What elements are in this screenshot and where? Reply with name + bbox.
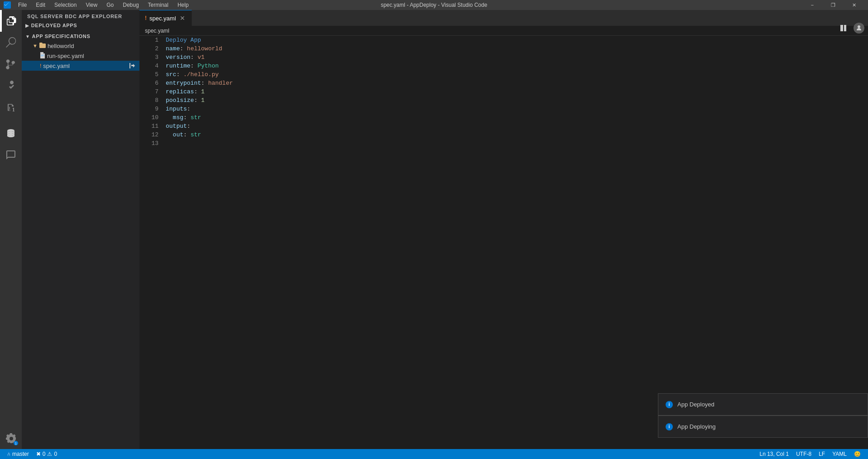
line-num-12: 12 <box>143 130 158 139</box>
code-line-12: out: str <box>166 130 864 139</box>
activity-extensions[interactable] <box>0 97 22 119</box>
status-position[interactable]: Ln 13, Col 1 <box>756 449 792 459</box>
code-value-name: helloworld <box>187 44 222 53</box>
helloworld-folder-item[interactable]: ▼ helloworld <box>22 41 139 51</box>
line-num-3: 3 <box>143 53 158 62</box>
code-deploy-app: Deploy App <box>166 36 201 44</box>
menu-debug[interactable]: Debug <box>119 0 142 10</box>
user-avatar[interactable] <box>854 23 864 34</box>
tab-close-button[interactable]: ✕ <box>179 14 186 22</box>
code-line-10: msg: str <box>166 113 864 122</box>
code-line-8: poolsize: 1 <box>166 96 864 105</box>
code-value-poolsize: 1 <box>201 96 205 105</box>
code-line-9: inputs: <box>166 105 864 113</box>
menu-view[interactable]: View <box>82 0 101 10</box>
activity-feedback[interactable] <box>0 144 22 166</box>
app-deployed-notification: i App Deployed <box>658 393 868 416</box>
app-deploying-notification: i App Deploying <box>658 416 868 438</box>
code-line-7: replicas: 1 <box>166 87 864 96</box>
code-value-entrypoint: handler <box>208 79 233 87</box>
feedback-icon: 😊 <box>854 451 861 457</box>
editor-area: ! spec.yaml ✕ spec.yaml 1 2 3 4 5 6 7 8 … <box>139 10 868 449</box>
tab-bar: ! spec.yaml ✕ <box>139 10 868 26</box>
code-line-2: name: helloworld <box>166 44 864 53</box>
titlebar-controls: − ❐ ✕ <box>802 0 864 10</box>
code-line-1: Deploy App <box>166 36 864 44</box>
line-numbers: 1 2 3 4 5 6 7 8 9 10 11 12 13 <box>139 36 162 449</box>
app-specifications-chevron: ▼ <box>25 34 30 39</box>
menu-help[interactable]: Help <box>174 0 192 10</box>
cursor-position: Ln 13, Col 1 <box>759 451 789 457</box>
line-num-1: 1 <box>143 36 158 44</box>
status-bar: ⑃ master ✖ 0 ⚠ 0 Ln 13, Col 1 UTF-8 LF Y… <box>0 449 868 459</box>
branch-label: master <box>12 451 29 457</box>
maximize-button[interactable]: ❐ <box>823 0 844 10</box>
menu-edit[interactable]: Edit <box>32 0 49 10</box>
activity-sql-server[interactable] <box>0 122 22 144</box>
window-title: spec.yaml - AppDeploy - Visual Studio Co… <box>381 2 487 8</box>
eol-label: LF <box>819 451 825 457</box>
branch-icon: ⑃ <box>7 451 10 457</box>
line-num-4: 4 <box>143 62 158 70</box>
spec-yaml-tab[interactable]: ! spec.yaml ✕ <box>139 10 192 26</box>
folder-icon <box>39 43 46 49</box>
breadcrumb-filename[interactable]: spec.yaml <box>145 28 169 34</box>
code-value-runtime: Python <box>197 62 219 70</box>
helloworld-folder-label: helloworld <box>48 43 74 49</box>
code-key-msg: msg <box>173 113 183 122</box>
spec-file-item[interactable]: ! spec.yaml <box>22 61 139 71</box>
activity-search[interactable] <box>0 32 22 53</box>
code-line-3: version: v1 <box>166 53 864 62</box>
status-language[interactable]: YAML <box>829 449 850 459</box>
close-button[interactable]: ✕ <box>844 0 864 10</box>
notification-info-icon-1: i <box>666 401 673 408</box>
warning-icon: ⚠ <box>47 451 52 457</box>
menu-file[interactable]: File <box>14 0 30 10</box>
status-branch[interactable]: ⑃ master <box>4 449 33 459</box>
notification-info-icon-2: i <box>666 423 673 430</box>
menu-go[interactable]: Go <box>103 0 117 10</box>
app-specifications-header[interactable]: ▼ APP SPECIFICATIONS <box>22 32 139 41</box>
status-errors[interactable]: ✖ 0 ⚠ 0 <box>33 449 61 459</box>
activity-explorer[interactable] <box>0 10 22 32</box>
run-file-icon <box>40 52 45 59</box>
run-spec-file-item[interactable]: run-spec.yaml <box>22 51 139 61</box>
code-line-4: runtime: Python <box>166 62 864 70</box>
minimize-button[interactable]: − <box>802 0 823 10</box>
activity-debug[interactable] <box>0 75 22 97</box>
settings-badge-count: 1 <box>14 441 18 445</box>
folder-collapse-icon: ▼ <box>33 43 38 48</box>
menu-terminal[interactable]: Terminal <box>144 0 172 10</box>
deployed-apps-header[interactable]: ▶ DEPLOYED APPS <box>22 21 139 30</box>
activity-settings[interactable]: 1 <box>0 427 22 449</box>
code-key-poolsize: poolsize <box>166 96 194 105</box>
notifications-area: i App Deployed i App Deploying <box>658 393 868 438</box>
code-key-out: out <box>173 130 183 139</box>
tab-label: spec.yaml <box>149 15 176 22</box>
status-feedback[interactable]: 😊 <box>850 449 864 459</box>
code-value-replicas: 1 <box>201 87 205 96</box>
code-key-output: output <box>166 122 187 130</box>
split-editor-button[interactable] <box>837 22 850 34</box>
warning-count: 0 <box>54 451 57 457</box>
encoding-label: UTF-8 <box>796 451 811 457</box>
code-line-11: output: <box>166 122 864 130</box>
spec-file-actions <box>129 62 136 69</box>
status-eol[interactable]: LF <box>815 449 829 459</box>
open-changes-icon[interactable] <box>129 62 136 69</box>
code-line-13 <box>166 139 864 148</box>
status-encoding[interactable]: UTF-8 <box>792 449 815 459</box>
menu-selection[interactable]: Selection <box>51 0 80 10</box>
line-num-13: 13 <box>143 139 158 148</box>
editor-content[interactable]: 1 2 3 4 5 6 7 8 9 10 11 12 13 Deploy App <box>139 36 868 449</box>
deployed-apps-chevron: ▶ <box>25 23 29 28</box>
line-num-8: 8 <box>143 96 158 105</box>
line-num-11: 11 <box>143 122 158 130</box>
activity-source-control[interactable] <box>0 53 22 75</box>
main-layout: 1 SQL SERVER BDC APP EXPLORER ▶ DEPLOYED… <box>0 10 868 449</box>
code-area[interactable]: Deploy App name: helloworld version: v1 … <box>162 36 868 449</box>
line-num-10: 10 <box>143 113 158 122</box>
activity-bar: 1 <box>0 10 22 449</box>
sidebar: SQL SERVER BDC APP EXPLORER ▶ DEPLOYED A… <box>22 10 139 449</box>
deployed-apps-section: ▶ DEPLOYED APPS <box>22 21 139 30</box>
